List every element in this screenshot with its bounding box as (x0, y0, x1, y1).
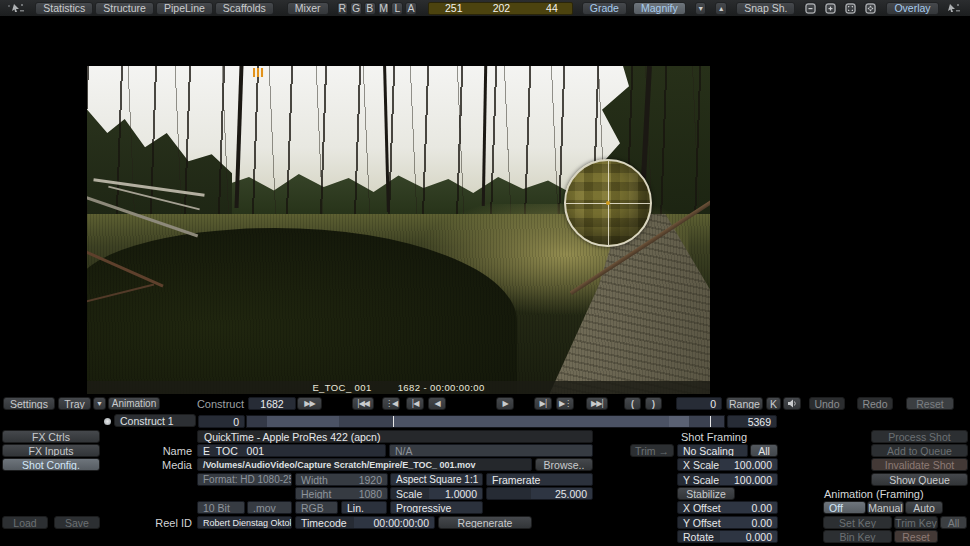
magnify-down-icon[interactable]: ▼ (695, 2, 707, 15)
tray-button[interactable]: Tray (58, 397, 91, 410)
framing-all-button[interactable]: All (750, 444, 778, 457)
regenerate-button[interactable]: Regenerate (438, 516, 532, 529)
tab-pipeline[interactable]: PipeLine (156, 2, 213, 15)
go-to-start-button[interactable]: |◀◀ (352, 397, 374, 410)
snap-shot-button[interactable]: Snap Sh. (736, 2, 795, 15)
animation-auto-button[interactable]: Auto (905, 501, 943, 514)
set-key-button[interactable]: Set Key (823, 516, 892, 529)
animation-manual-button[interactable]: Manual (867, 501, 904, 514)
viewer-image: E_TOC_ 001 1682 - 00:00:00:00 (87, 66, 710, 394)
range-button[interactable]: Range (726, 397, 763, 410)
fx-inputs-button[interactable]: FX Inputs (2, 444, 100, 457)
loop-out-button[interactable]: ) (645, 397, 662, 410)
name-field[interactable]: E_TOC_ 001 (197, 444, 386, 457)
invalidate-shot-button[interactable]: Invalidate Shot (871, 458, 968, 471)
scaling-mode-dropdown[interactable]: No Scaling (677, 444, 748, 457)
channel-m-button[interactable]: M (378, 2, 390, 15)
fullscreen-icon[interactable] (864, 2, 877, 15)
timeline-bar[interactable] (246, 415, 725, 428)
pointer-tool-icon-right[interactable] (941, 1, 965, 15)
speaker-icon[interactable] (783, 397, 801, 410)
trim-button[interactable]: Trim → (630, 444, 674, 457)
x-offset-field[interactable]: X Offset 0.00 (677, 501, 778, 514)
scrub-position-indicator[interactable] (253, 68, 264, 77)
timeline-marker[interactable] (710, 416, 711, 427)
next-keyframe-button[interactable]: ▶⋮ (556, 397, 574, 410)
magnify-up-icon[interactable]: ▲ (715, 2, 727, 15)
timeline-end-field[interactable]: 5369 (727, 415, 777, 428)
name-alt-field[interactable]: N/A (389, 444, 593, 457)
rotate-label: Rotate (683, 531, 714, 543)
save-button[interactable]: Save (54, 516, 100, 529)
show-queue-button[interactable]: Show Queue (871, 473, 968, 486)
play-button[interactable]: ▶ (496, 397, 514, 410)
expand-view-icon[interactable] (844, 2, 857, 15)
channel-r-button[interactable]: R (337, 2, 349, 15)
reset-button[interactable]: Reset (906, 397, 954, 410)
transfer-dropdown[interactable]: Lin. (341, 501, 387, 514)
maximize-box-icon[interactable] (824, 2, 837, 15)
media-path-field[interactable]: /Volumes/AudioVideo/Capture Scratch/Empi… (197, 458, 532, 471)
grade-button[interactable]: Grade (582, 2, 627, 15)
key-all-button[interactable]: All (940, 516, 967, 529)
shot-config-panel: FX Ctrls FX Inputs Shot Config. Load Sav… (0, 430, 970, 546)
range-start-field[interactable]: 0 (676, 397, 722, 410)
y-offset-field[interactable]: Y Offset 0.00 (677, 516, 778, 529)
prev-keyframe-button[interactable]: ⋮◀ (382, 397, 400, 410)
bin-key-button[interactable]: Bin Key (823, 530, 892, 543)
overlay-button[interactable]: Overlay (886, 2, 938, 15)
loop-in-button[interactable]: ( (624, 397, 641, 410)
stabilize-button[interactable]: Stabilize (677, 487, 735, 500)
shot-config-button[interactable]: Shot Config. (2, 458, 100, 471)
minimize-box-icon[interactable] (804, 2, 817, 15)
process-shot-button[interactable]: Process Shot (871, 430, 968, 443)
pointer-tool-icon[interactable] (5, 1, 29, 15)
timeline-row: Construct 1 0 5369 (0, 414, 970, 429)
channel-a-button[interactable]: A (405, 2, 417, 15)
timecode-field[interactable]: Timecode 00:00:00:00 (295, 516, 435, 529)
trim-key-button[interactable]: Trim Key (894, 516, 938, 529)
rotate-field[interactable]: Rotate 0.000 (677, 530, 778, 543)
play-reverse-button[interactable]: ◀ (428, 397, 446, 410)
reel-id-field[interactable]: Robert Dienstag Oktok (197, 516, 292, 529)
fx-ctrls-button[interactable]: FX Ctrls (2, 430, 100, 443)
fast-forward-button[interactable]: ▶▶ (297, 397, 322, 410)
settings-button[interactable]: Settings (3, 397, 55, 410)
framerate-dropdown[interactable]: Framerate (486, 473, 593, 486)
timeline-start-field[interactable]: 0 (198, 415, 245, 428)
scan-dropdown[interactable]: Progressive (390, 501, 483, 514)
timeline-playhead[interactable] (393, 416, 394, 427)
current-frame-field[interactable]: 1682 (248, 397, 296, 410)
tray-dropdown-icon[interactable]: ▼ (93, 397, 106, 410)
keyframe-k-button[interactable]: K (766, 397, 781, 410)
aspect-dropdown[interactable]: Aspect Square 1:1 (390, 473, 483, 486)
width-value: 1920 (359, 474, 382, 486)
scale-label: Scale (396, 488, 422, 500)
tab-scaffolds[interactable]: Scaffolds (215, 2, 274, 15)
load-button[interactable]: Load (2, 516, 48, 529)
key-reset-button[interactable]: Reset (894, 530, 938, 543)
tab-statistics[interactable]: Statistics (35, 2, 93, 15)
magnify-button[interactable]: Magnify (633, 2, 686, 15)
viewer-scrub-bar[interactable]: E_TOC_ 001 1682 - 00:00:00:00 (87, 381, 710, 394)
undo-button[interactable]: Undo (809, 397, 845, 410)
animation-off-button[interactable]: Off (823, 501, 866, 514)
channel-l-button[interactable]: L (391, 2, 403, 15)
mixer-button[interactable]: Mixer (287, 2, 329, 15)
add-to-queue-button[interactable]: Add to Queue (871, 444, 968, 457)
scale-field[interactable]: Scale 1.0000 (390, 487, 483, 500)
magnifier-loupe[interactable] (564, 159, 652, 247)
go-to-end-button[interactable]: ▶▶| (586, 397, 608, 410)
channel-g-button[interactable]: G (350, 2, 362, 15)
x-scale-field[interactable]: X Scale 100.000 (677, 458, 778, 471)
animation-button[interactable]: Animation (108, 397, 160, 410)
browse-button[interactable]: Browse.. (535, 458, 593, 471)
tab-structure[interactable]: Structure (95, 2, 154, 15)
channel-b-button[interactable]: B (364, 2, 376, 15)
step-forward-button[interactable]: ▶| (534, 397, 552, 410)
redo-button[interactable]: Redo (857, 397, 893, 410)
step-back-button[interactable]: |◀ (406, 397, 424, 410)
y-scale-field[interactable]: Y Scale 100.000 (677, 473, 778, 486)
framerate-value-field[interactable]: 25.000 (486, 487, 593, 500)
construct-clip-button[interactable]: Construct 1 (114, 414, 196, 427)
